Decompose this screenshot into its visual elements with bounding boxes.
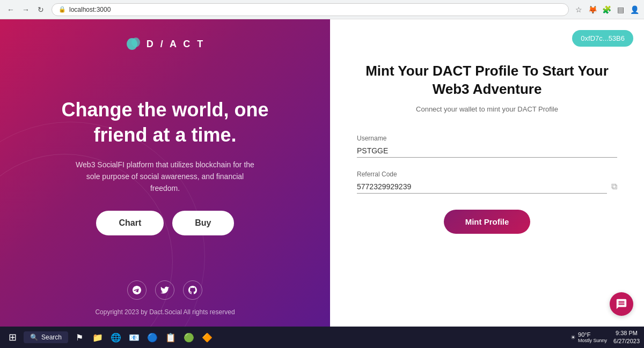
referral-input[interactable] bbox=[357, 180, 607, 194]
referral-label: Referral Code bbox=[357, 171, 617, 178]
username-input[interactable] bbox=[357, 144, 617, 158]
username-group: Username bbox=[357, 135, 617, 158]
reload-button[interactable]: ↻ bbox=[34, 3, 47, 16]
referral-group: Referral Code ⧉ bbox=[357, 171, 617, 194]
search-label: Search bbox=[41, 334, 62, 341]
bottom-section: Copyright 2023 by Dact.Social All rights… bbox=[95, 280, 235, 316]
mint-profile-button[interactable]: Mint Profile bbox=[444, 210, 531, 234]
browser-actions: ☆ 🦊 🧩 ▤ 👤 bbox=[573, 4, 640, 15]
profile-icon[interactable]: 👤 bbox=[629, 4, 640, 15]
weather-widget: ☀ 90°F Mostly Sunny bbox=[570, 331, 607, 343]
bookmark-icon[interactable]: ☆ bbox=[573, 4, 584, 15]
sidebar-icon[interactable]: ▤ bbox=[615, 4, 626, 15]
taskbar-right: ☀ 90°F Mostly Sunny 9:38 PM 6/27/2023 bbox=[570, 329, 640, 346]
social-icons bbox=[127, 280, 202, 300]
right-panel: 0xfD7c...53B6 Mint Your DACT Profile To … bbox=[330, 19, 644, 327]
time-display: 9:38 PM bbox=[616, 329, 638, 337]
cta-buttons: Chart Buy bbox=[32, 211, 298, 235]
taskbar-icon-8[interactable]: 🔶 bbox=[199, 329, 215, 345]
extension-icon[interactable]: 🦊 bbox=[587, 4, 598, 15]
address-bar[interactable]: 🔒 localhost:3000 bbox=[52, 3, 569, 16]
taskbar-icon-7[interactable]: 🟢 bbox=[181, 329, 197, 345]
wallet-button[interactable]: 0xfD7c...53B6 bbox=[572, 30, 633, 47]
mint-title: Mint Your DACT Profile To Start Your Web… bbox=[357, 62, 617, 99]
taskbar-time: 9:38 PM 6/27/2023 bbox=[613, 329, 640, 346]
taskbar-icon-2[interactable]: 📁 bbox=[90, 329, 106, 345]
username-label: Username bbox=[357, 135, 617, 142]
url-text: localhost:3000 bbox=[69, 6, 111, 13]
back-button[interactable]: ← bbox=[4, 3, 17, 16]
taskbar-icon-3[interactable]: 🌐 bbox=[108, 329, 124, 345]
weather-temp: 90°F bbox=[578, 331, 607, 338]
taskbar-search[interactable]: 🔍 Search bbox=[24, 331, 68, 343]
forward-button[interactable]: → bbox=[19, 3, 32, 16]
github-icon[interactable] bbox=[183, 280, 202, 300]
copy-icon[interactable]: ⧉ bbox=[611, 182, 617, 191]
hero-title: Change the world, one friend at a time. bbox=[32, 98, 298, 148]
nav-buttons: ← → ↻ bbox=[4, 3, 47, 16]
weather-icon: ☀ bbox=[570, 334, 576, 341]
taskbar-icon-6[interactable]: 📋 bbox=[163, 329, 179, 345]
taskbar: ⊞ 🔍 Search ⚑ 📁 🌐 📧 🔵 📋 🟢 🔶 ☀ 90°F Mostly… bbox=[0, 327, 644, 348]
hero-subtitle: Web3 SocialFI platform that utilizes blo… bbox=[74, 159, 257, 195]
logo-area: D / A C T bbox=[125, 35, 206, 53]
puzzle-icon[interactable]: 🧩 bbox=[601, 4, 612, 15]
lock-icon: 🔒 bbox=[58, 6, 66, 13]
search-icon: 🔍 bbox=[30, 334, 38, 341]
start-button[interactable]: ⊞ bbox=[4, 329, 20, 345]
telegram-icon[interactable] bbox=[127, 280, 147, 300]
referral-row: ⧉ bbox=[357, 180, 617, 194]
chart-button[interactable]: Chart bbox=[96, 211, 164, 235]
hero-section: Change the world, one friend at a time. … bbox=[21, 98, 309, 235]
chat-button[interactable] bbox=[610, 292, 633, 316]
left-panel: D / A C T Change the world, one friend a… bbox=[0, 19, 330, 327]
weather-desc: Mostly Sunny bbox=[578, 338, 607, 343]
mint-subtitle: Connect your wallet to mint your DACT Pr… bbox=[357, 105, 617, 113]
taskbar-icon-4[interactable]: 📧 bbox=[126, 329, 142, 345]
buy-button[interactable]: Buy bbox=[172, 211, 233, 235]
logo-icon bbox=[125, 35, 142, 53]
taskbar-icon-1[interactable]: ⚑ bbox=[71, 329, 87, 345]
copyright-text: Copyright 2023 by Dact.Social All rights… bbox=[95, 308, 235, 316]
main-content: D / A C T Change the world, one friend a… bbox=[0, 19, 644, 327]
logo-text: D / A C T bbox=[147, 39, 206, 50]
taskbar-icons: ⚑ 📁 🌐 📧 🔵 📋 🟢 🔶 bbox=[71, 329, 215, 345]
date-display: 6/27/2023 bbox=[613, 337, 640, 345]
svg-point-1 bbox=[131, 38, 140, 47]
mint-section: Mint Your DACT Profile To Start Your Web… bbox=[357, 62, 617, 310]
taskbar-icon-5[interactable]: 🔵 bbox=[144, 329, 160, 345]
browser-chrome: ← → ↻ 🔒 localhost:3000 ☆ 🦊 🧩 ▤ 👤 bbox=[0, 0, 644, 19]
twitter-icon[interactable] bbox=[155, 280, 174, 300]
